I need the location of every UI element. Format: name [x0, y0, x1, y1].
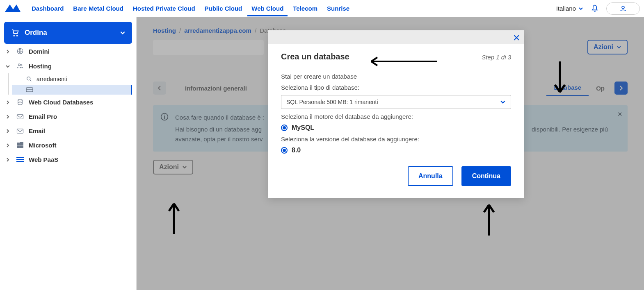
sidebar-item-email[interactable]: Email [4, 124, 132, 138]
windows-icon [16, 142, 24, 149]
sidebar-item-hosting[interactable]: Hosting [4, 59, 132, 73]
chevron-right-icon [6, 50, 10, 54]
create-database-modal: ✕ Crea un database Step 1 di 3 Stai per … [268, 30, 524, 198]
chevron-right-icon [6, 143, 10, 147]
radio-icon [281, 125, 288, 131]
version-radio-80[interactable]: 8.0 [281, 147, 511, 154]
cancel-button[interactable]: Annulla [408, 166, 453, 186]
version-option: 8.0 [292, 147, 301, 154]
notifications-icon[interactable] [591, 5, 599, 13]
modal-intro: Stai per creare un database [281, 73, 511, 80]
svg-point-0 [622, 6, 624, 9]
sidebar-label: Email [29, 127, 45, 134]
svg-point-3 [21, 64, 22, 66]
database-icon [16, 98, 24, 106]
svg-rect-10 [17, 143, 20, 145]
svg-rect-13 [20, 145, 23, 148]
globe-icon [16, 48, 24, 55]
sidebar-label: Web PaaS [29, 156, 58, 163]
svg-rect-16 [16, 161, 24, 162]
engine-option: MySQL [292, 124, 314, 131]
radio-icon [281, 147, 288, 154]
svg-point-7 [18, 99, 23, 101]
sidebar-label: Hosting [29, 63, 52, 70]
db-type-value: SQL Personale 500 MB: 1 rimanenti [286, 99, 378, 105]
chevron-down-icon [500, 99, 506, 105]
card-icon [26, 87, 33, 92]
nav-right: Italiano [556, 2, 640, 15]
sidebar-label: Web Cloud Databases [29, 99, 93, 106]
modal-title-bar: ✕ [268, 30, 524, 44]
mail-icon [16, 114, 24, 120]
sidebar-label: Domini [29, 48, 50, 55]
svg-rect-8 [17, 114, 23, 119]
sidebar-search-row[interactable]: arredamenti [26, 73, 132, 85]
user-menu[interactable] [606, 2, 640, 15]
svg-rect-5 [26, 88, 33, 92]
chevron-right-icon [6, 129, 10, 133]
modal-title: Crea un database [281, 52, 349, 61]
svg-rect-9 [17, 129, 23, 133]
chevron-down-icon [6, 64, 10, 68]
engine-label: Seleziona il motore del database da aggi… [281, 113, 511, 120]
chevron-down-icon [120, 30, 126, 36]
search-icon [26, 76, 32, 82]
nav-telecom[interactable]: Telecom [293, 1, 317, 16]
version-label: Seleziona la versione del database da ag… [281, 136, 511, 143]
order-label: Ordina [25, 29, 47, 37]
order-button[interactable]: Ordina [4, 22, 132, 44]
chevron-down-icon [578, 6, 583, 11]
svg-rect-14 [16, 157, 24, 158]
sidebar-item-webpaas[interactable]: Web PaaS [4, 152, 132, 167]
nav-public-cloud[interactable]: Public Cloud [205, 1, 242, 16]
nav-sunrise[interactable]: Sunrise [327, 1, 349, 16]
chevron-right-icon [6, 115, 10, 119]
bars-icon [16, 157, 24, 163]
svg-rect-12 [17, 145, 20, 148]
nav-links: Dashboard Bare Metal Cloud Hosted Privat… [32, 1, 556, 16]
cart-icon [11, 28, 20, 37]
users-icon [16, 62, 24, 70]
svg-rect-11 [20, 142, 23, 145]
sidebar-item-webcloud-db[interactable]: Web Cloud Databases [4, 95, 132, 109]
continue-button[interactable]: Continua [461, 166, 511, 186]
nav-dashboard[interactable]: Dashboard [32, 1, 64, 16]
sidebar-search-label: arredamenti [37, 76, 67, 82]
sidebar: Ordina Domini Hosting arredamenti [0, 17, 137, 290]
svg-rect-15 [16, 159, 24, 160]
sidebar-selected-site[interactable] [12, 85, 132, 95]
sidebar-item-microsoft[interactable]: Microsoft [4, 138, 132, 152]
user-icon [619, 5, 627, 13]
chevron-right-icon [6, 158, 10, 162]
chevron-right-icon [6, 100, 10, 104]
sidebar-label: Microsoft [29, 142, 57, 149]
sidebar-item-emailpro[interactable]: Email Pro [4, 109, 132, 124]
svg-point-2 [18, 64, 21, 66]
nav-hosted-private[interactable]: Hosted Private Cloud [133, 1, 195, 16]
modal-close-button[interactable]: ✕ [513, 33, 520, 43]
select-db-type-label: Seleziona il tipo di database: [281, 84, 511, 91]
engine-radio-mysql[interactable]: MySQL [281, 124, 511, 131]
language-label: Italiano [556, 5, 576, 12]
sidebar-item-domini[interactable]: Domini [4, 44, 132, 59]
nav-web-cloud[interactable]: Web Cloud [251, 1, 283, 16]
top-nav: Dashboard Bare Metal Cloud Hosted Privat… [0, 0, 644, 17]
nav-bare-metal[interactable]: Bare Metal Cloud [73, 1, 123, 16]
svg-point-4 [27, 77, 30, 80]
db-type-select[interactable]: SQL Personale 500 MB: 1 rimanenti [281, 95, 511, 109]
sidebar-hosting-children: arredamenti [8, 73, 132, 95]
logo[interactable] [4, 4, 21, 14]
modal-step: Step 1 di 3 [482, 54, 511, 61]
mail-icon [16, 128, 24, 134]
sidebar-label: Email Pro [29, 113, 57, 120]
language-selector[interactable]: Italiano [556, 5, 583, 12]
